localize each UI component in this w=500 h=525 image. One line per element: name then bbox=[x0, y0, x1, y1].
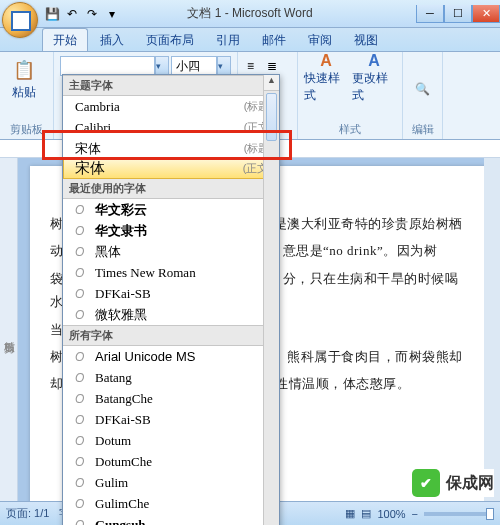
font-name: 微软雅黑 bbox=[95, 306, 273, 324]
font-name: DotumChe bbox=[95, 454, 273, 470]
clipboard-group-title: 剪贴板 bbox=[6, 122, 47, 137]
doc-line: 是澳大利亚奇特的珍贵原始树栖 bbox=[274, 216, 463, 231]
truetype-icon: O bbox=[75, 245, 89, 259]
watermark: ✔ 保成网 bbox=[412, 469, 494, 497]
dd-section-theme: 主题字体 bbox=[63, 75, 279, 96]
zoom-level[interactable]: 100% bbox=[377, 508, 405, 520]
doc-line: 意思是“no drink”。因为树 bbox=[283, 243, 438, 258]
tab-insert[interactable]: 插入 bbox=[90, 29, 134, 51]
dd-item[interactable]: O微软雅黑 bbox=[63, 304, 279, 325]
paste-icon: 📋 bbox=[10, 56, 38, 84]
window-title: 文档 1 - Microsoft Word bbox=[187, 5, 312, 22]
office-button[interactable] bbox=[2, 2, 38, 38]
font-size-value: 小四 bbox=[176, 58, 200, 75]
minimize-button[interactable]: ─ bbox=[416, 5, 444, 23]
clipboard-pane-tab[interactable]: 剪贴板 bbox=[0, 158, 18, 501]
dd-item[interactable]: OGulimChe bbox=[63, 493, 279, 514]
annotation-highlight bbox=[42, 130, 292, 160]
dd-item[interactable]: ODFKai-SB bbox=[63, 283, 279, 304]
save-icon[interactable]: 💾 bbox=[44, 6, 60, 22]
font-name-dropdown-icon[interactable]: ▾ bbox=[155, 56, 169, 76]
tab-layout[interactable]: 页面布局 bbox=[136, 29, 204, 51]
find-icon[interactable]: 🔍 bbox=[409, 56, 436, 122]
dd-item[interactable]: OGungsuh bbox=[63, 514, 279, 525]
tab-references[interactable]: 引用 bbox=[206, 29, 250, 51]
truetype-icon: O bbox=[75, 266, 89, 280]
font-name: 华文隶书 bbox=[95, 222, 273, 240]
change-styles-label: 更改样式 bbox=[352, 70, 396, 104]
truetype-icon: O bbox=[75, 518, 89, 526]
font-name: Batang bbox=[95, 370, 273, 386]
tab-view[interactable]: 视图 bbox=[344, 29, 388, 51]
dd-item[interactable]: OTimes New Roman bbox=[63, 262, 279, 283]
font-name: DFKai-SB bbox=[95, 412, 273, 428]
redo-icon[interactable]: ↷ bbox=[84, 6, 100, 22]
dd-item[interactable]: Cambria(标题) bbox=[63, 96, 279, 117]
watermark-logo-icon: ✔ bbox=[412, 469, 440, 497]
zoom-out-icon[interactable]: − bbox=[412, 508, 418, 520]
dd-item[interactable]: O黑体 bbox=[63, 241, 279, 262]
scroll-up-icon[interactable]: ▲ bbox=[264, 75, 279, 91]
truetype-icon: O bbox=[75, 455, 89, 469]
view-print-icon[interactable]: ▦ bbox=[345, 507, 355, 520]
tab-home[interactable]: 开始 bbox=[42, 28, 88, 51]
title-bar: 💾 ↶ ↷ ▾ 文档 1 - Microsoft Word ─ ☐ ✕ bbox=[0, 0, 500, 28]
dd-item[interactable]: O华文隶书 bbox=[63, 220, 279, 241]
truetype-icon: O bbox=[75, 413, 89, 427]
doc-line: 性情温顺，体态憨厚。 bbox=[275, 376, 410, 391]
dd-item[interactable]: O华文彩云 bbox=[63, 199, 279, 220]
font-size-dropdown-icon[interactable]: ▾ bbox=[217, 56, 231, 76]
zoom-slider[interactable] bbox=[424, 512, 494, 516]
quick-styles-label: 快速样式 bbox=[304, 70, 348, 104]
change-styles-button[interactable]: A更改样式 bbox=[352, 56, 396, 100]
truetype-icon: O bbox=[75, 497, 89, 511]
quick-styles-button[interactable]: A快速样式 bbox=[304, 56, 348, 100]
tab-mailings[interactable]: 邮件 bbox=[252, 29, 296, 51]
paste-label: 粘贴 bbox=[6, 84, 42, 101]
doc-line: 。熊科属于食肉目，而树袋熊却 bbox=[274, 349, 463, 364]
dd-section-recent: 最近使用的字体 bbox=[63, 178, 279, 199]
undo-icon[interactable]: ↶ bbox=[64, 6, 80, 22]
vertical-scrollbar[interactable] bbox=[484, 158, 500, 501]
font-name-combo[interactable] bbox=[60, 56, 155, 76]
close-button[interactable]: ✕ bbox=[472, 5, 500, 23]
group-editing: 🔍 编辑 bbox=[403, 52, 443, 139]
watermark-text: 保成网 bbox=[446, 473, 494, 494]
truetype-icon: O bbox=[75, 308, 89, 322]
qat-more-icon[interactable]: ▾ bbox=[104, 6, 120, 22]
truetype-icon: O bbox=[75, 434, 89, 448]
font-size-combo[interactable]: 小四 bbox=[171, 56, 217, 76]
font-name: GulimChe bbox=[95, 496, 273, 512]
bullets-icon[interactable]: ≡ bbox=[246, 58, 262, 72]
dd-item[interactable]: ODFKai-SB bbox=[63, 409, 279, 430]
maximize-button[interactable]: ☐ bbox=[444, 5, 472, 23]
truetype-icon: O bbox=[75, 371, 89, 385]
zoom-thumb[interactable] bbox=[486, 508, 494, 520]
font-name: Cambria bbox=[75, 99, 244, 115]
font-name: Arial Unicode MS bbox=[95, 349, 273, 364]
font-name: BatangChe bbox=[95, 391, 273, 407]
dd-section-all: 所有字体 bbox=[63, 325, 279, 346]
group-styles: A快速样式 A更改样式 样式 bbox=[298, 52, 403, 139]
quick-access-toolbar: 💾 ↶ ↷ ▾ bbox=[44, 6, 120, 22]
numbering-icon[interactable]: ≣ bbox=[266, 58, 282, 72]
font-name: Gungsuh bbox=[95, 517, 273, 526]
font-name: Gulim bbox=[95, 475, 273, 491]
truetype-icon: O bbox=[75, 287, 89, 301]
dd-item[interactable]: OGulim bbox=[63, 472, 279, 493]
font-name: 宋体 bbox=[75, 159, 243, 178]
dd-item[interactable]: ODotumChe bbox=[63, 451, 279, 472]
tab-review[interactable]: 审阅 bbox=[298, 29, 342, 51]
dd-item[interactable]: ODotum bbox=[63, 430, 279, 451]
dd-item[interactable]: OBatangChe bbox=[63, 388, 279, 409]
dd-item[interactable]: OArial Unicode MS bbox=[63, 346, 279, 367]
paste-button[interactable]: 📋 粘贴 bbox=[6, 56, 42, 101]
dd-item[interactable]: OBatang bbox=[63, 367, 279, 388]
status-page[interactable]: 页面: 1/1 bbox=[6, 506, 49, 521]
view-read-icon[interactable]: ▤ bbox=[361, 507, 371, 520]
truetype-icon: O bbox=[75, 476, 89, 490]
font-name: 黑体 bbox=[95, 243, 273, 261]
dd-item-highlighted[interactable]: 宋体(正文) bbox=[63, 158, 279, 179]
styles-group-title: 样式 bbox=[304, 122, 396, 137]
truetype-icon: O bbox=[75, 224, 89, 238]
